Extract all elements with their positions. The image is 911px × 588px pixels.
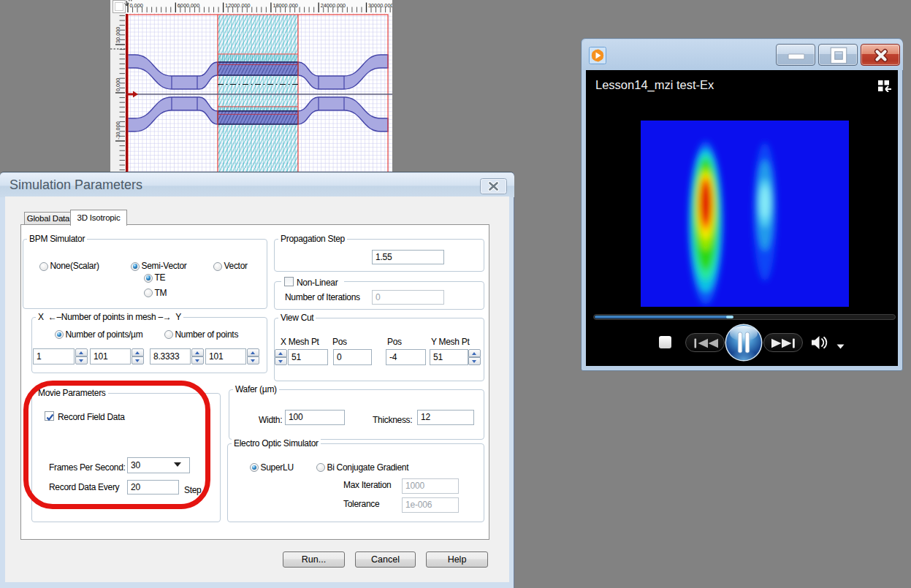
svg-text:-30.000: -30.000: [115, 121, 121, 140]
svg-text:30000.000: 30000.000: [368, 2, 392, 9]
svg-text:0.000: 0.000: [115, 78, 121, 91]
svg-text:6000.000: 6000.000: [178, 2, 199, 9]
svg-text:0.000: 0.000: [130, 2, 143, 9]
